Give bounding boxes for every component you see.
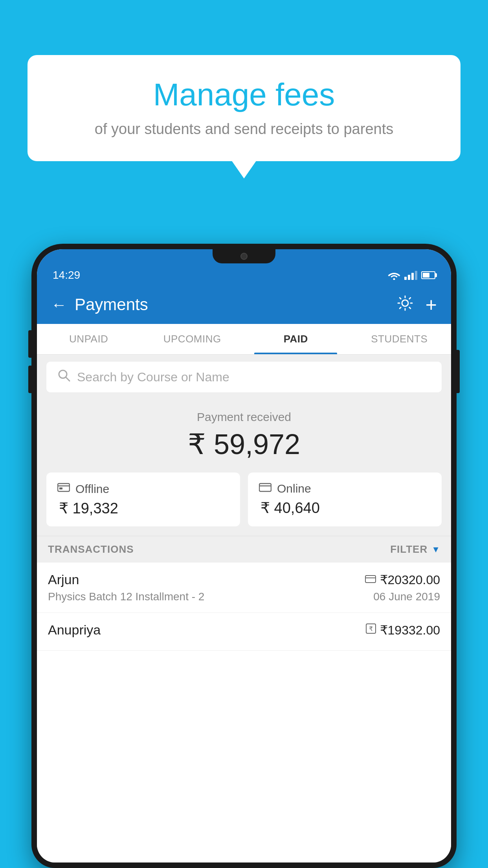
side-button-power bbox=[457, 350, 460, 393]
offline-icon bbox=[57, 482, 70, 496]
transaction-list: Arjun ₹20320.00 Physics bbox=[37, 563, 451, 862]
transaction-amount-arjun: ₹20320.00 bbox=[380, 572, 440, 587]
payment-cards: Offline ₹ 19,332 Online ₹ 4 bbox=[37, 473, 451, 536]
phone-container: 14:29 bbox=[31, 244, 457, 868]
side-button-vol-up bbox=[28, 330, 31, 358]
status-time: 14:29 bbox=[53, 269, 80, 281]
payment-amount: ₹ 59,972 bbox=[37, 428, 451, 461]
svg-text:₹: ₹ bbox=[369, 625, 373, 632]
filter-row[interactable]: FILTER ▼ bbox=[390, 543, 440, 555]
transactions-header: TRANSACTIONS FILTER ▼ bbox=[37, 536, 451, 563]
svg-rect-6 bbox=[59, 487, 62, 489]
tab-upcoming[interactable]: UPCOMING bbox=[141, 324, 244, 354]
svg-rect-4 bbox=[58, 484, 70, 491]
wifi-icon bbox=[388, 270, 400, 280]
transaction-amount-anupriya: ₹19332.00 bbox=[380, 623, 440, 638]
transactions-label: TRANSACTIONS bbox=[48, 543, 134, 555]
search-placeholder: Search by Course or Name bbox=[77, 370, 229, 384]
payment-summary: Payment received ₹ 59,972 bbox=[37, 399, 451, 473]
transaction-amount-anupriya-row: ₹ ₹19332.00 bbox=[366, 623, 440, 638]
search-section: Search by Course or Name bbox=[37, 355, 451, 399]
side-button-vol-down bbox=[28, 366, 31, 393]
speech-bubble-container: Manage fees of your students and send re… bbox=[28, 55, 460, 161]
search-bar[interactable]: Search by Course or Name bbox=[46, 362, 442, 392]
back-button[interactable]: ← bbox=[51, 296, 67, 314]
phone-screen: 14:29 bbox=[37, 249, 451, 862]
signal-icon bbox=[404, 271, 417, 280]
app-header: ← Payments + bbox=[37, 285, 451, 324]
add-button[interactable]: + bbox=[426, 293, 437, 316]
online-amount: ₹ 40,640 bbox=[259, 499, 431, 517]
transaction-amount-arjun-row: ₹20320.00 bbox=[365, 572, 440, 587]
transaction-name-anupriya: Anupriya bbox=[48, 622, 101, 638]
bubble-title: Manage fees bbox=[51, 77, 437, 113]
phone-frame: 14:29 bbox=[31, 244, 457, 868]
transaction-icon-card bbox=[365, 574, 376, 586]
svg-point-0 bbox=[393, 278, 395, 280]
payment-label: Payment received bbox=[37, 410, 451, 424]
svg-rect-7 bbox=[259, 484, 271, 491]
online-icon bbox=[259, 482, 272, 495]
filter-label: FILTER bbox=[390, 543, 427, 555]
header-left: ← Payments bbox=[51, 295, 148, 314]
offline-card: Offline ₹ 19,332 bbox=[46, 473, 240, 526]
tab-paid[interactable]: PAID bbox=[244, 324, 348, 354]
online-label: Online bbox=[277, 482, 311, 495]
table-row[interactable]: Arjun ₹20320.00 Physics bbox=[37, 563, 451, 613]
tab-unpaid[interactable]: UNPAID bbox=[37, 324, 141, 354]
transaction-date-arjun: 06 June 2019 bbox=[373, 590, 440, 603]
bubble-subtitle: of your students and send receipts to pa… bbox=[51, 121, 437, 138]
table-row[interactable]: Anupriya ₹ ₹19332.00 bbox=[37, 613, 451, 651]
svg-rect-9 bbox=[365, 576, 376, 583]
speech-bubble: Manage fees of your students and send re… bbox=[28, 55, 460, 161]
tab-students[interactable]: STUDENTS bbox=[348, 324, 451, 354]
svg-point-1 bbox=[402, 300, 408, 306]
camera-dot bbox=[240, 253, 248, 260]
filter-icon: ▼ bbox=[431, 544, 440, 555]
online-card: Online ₹ 40,640 bbox=[248, 473, 442, 526]
tabs-bar: UNPAID UPCOMING PAID STUDENTS bbox=[37, 324, 451, 355]
header-right: + bbox=[396, 293, 437, 316]
settings-button[interactable] bbox=[396, 294, 414, 315]
transaction-name-arjun: Arjun bbox=[48, 572, 79, 587]
battery-icon bbox=[421, 271, 435, 279]
transaction-icon-rupee: ₹ bbox=[366, 623, 376, 636]
search-icon bbox=[57, 369, 71, 385]
offline-amount: ₹ 19,332 bbox=[57, 500, 229, 517]
header-title: Payments bbox=[75, 295, 148, 314]
status-icons bbox=[388, 270, 435, 280]
transaction-course-arjun: Physics Batch 12 Installment - 2 bbox=[48, 590, 204, 603]
svg-line-3 bbox=[66, 377, 70, 381]
offline-label: Offline bbox=[75, 482, 109, 496]
phone-notch bbox=[213, 249, 275, 263]
